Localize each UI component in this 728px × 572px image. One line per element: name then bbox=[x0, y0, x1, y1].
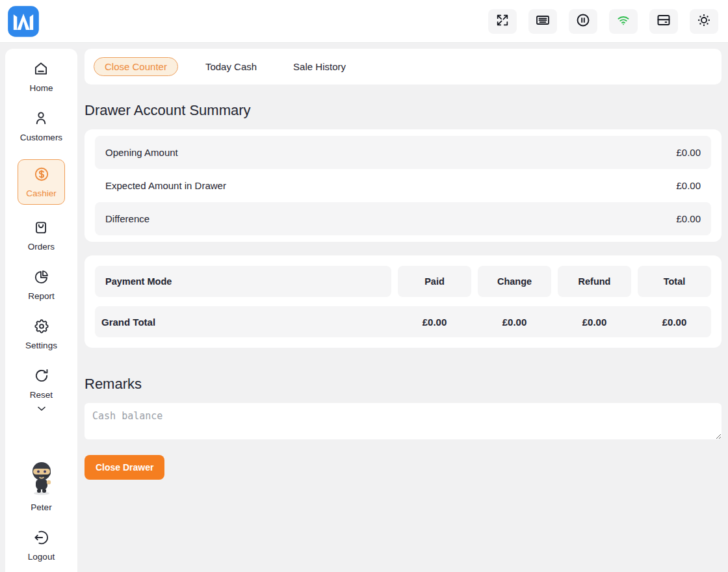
brand-logo[interactable] bbox=[6, 5, 40, 38]
drawer-summary-card: Opening Amount £0.00 Expected Amount in … bbox=[84, 129, 722, 242]
summary-row-label: Difference bbox=[105, 213, 150, 224]
tab-close-counter[interactable]: Close Counter bbox=[94, 57, 178, 76]
orders-icon bbox=[32, 219, 49, 239]
summary-row-label: Expected Amount in Drawer bbox=[105, 180, 226, 191]
wifi-icon bbox=[616, 12, 631, 30]
column-header-total: Total bbox=[638, 266, 711, 297]
user-profile[interactable]: Peter bbox=[26, 461, 57, 512]
column-header-paid: Paid bbox=[398, 266, 471, 297]
close-drawer-button[interactable]: Close Drawer bbox=[84, 455, 164, 480]
settings-icon bbox=[33, 318, 50, 337]
summary-row-value: £0.00 bbox=[676, 213, 701, 224]
summary-row-value: £0.00 bbox=[676, 180, 701, 191]
sidebar-item-reset[interactable]: Reset bbox=[30, 367, 53, 400]
summary-row-label: Opening Amount bbox=[105, 147, 178, 158]
summary-row-opening-amount: Opening Amount £0.00 bbox=[95, 136, 711, 169]
sidebar: Home Customers Cashier bbox=[5, 49, 77, 572]
sidebar-item-label: Report bbox=[28, 291, 55, 301]
sidebar-item-report[interactable]: Report bbox=[28, 268, 55, 301]
summary-row-value: £0.00 bbox=[676, 147, 701, 158]
grand-total-total: £0.00 bbox=[638, 317, 711, 328]
pause-icon bbox=[575, 12, 591, 30]
logout-icon bbox=[32, 529, 49, 549]
sidebar-item-orders[interactable]: Orders bbox=[28, 219, 55, 252]
brightness-button[interactable] bbox=[690, 9, 718, 34]
cashier-icon bbox=[33, 166, 50, 185]
sidebar-item-customers[interactable]: Customers bbox=[20, 110, 62, 142]
topbar-actions bbox=[488, 9, 718, 34]
tab-sale-history[interactable]: Sale History bbox=[284, 57, 355, 76]
home-icon bbox=[32, 60, 49, 80]
sidebar-item-label: Settings bbox=[25, 341, 57, 350]
page-title: Drawer Account Summary bbox=[84, 102, 722, 119]
chevron-down-icon bbox=[37, 402, 46, 414]
keyboard-icon bbox=[535, 12, 551, 30]
sidebar-item-label: Home bbox=[29, 83, 53, 93]
user-name: Peter bbox=[31, 502, 51, 512]
summary-row-expected-amount: Expected Amount in Drawer £0.00 bbox=[95, 169, 711, 202]
brand-logo-icon bbox=[6, 31, 40, 40]
brightness-icon bbox=[696, 12, 712, 30]
grand-total-refund: £0.00 bbox=[558, 317, 631, 328]
grand-total-row: Grand Total £0.00 £0.00 £0.00 £0.00 bbox=[95, 306, 711, 337]
app-body: Home Customers Cashier bbox=[0, 43, 728, 572]
main-content: Close Counter Today Cash Sale History Dr… bbox=[84, 49, 722, 572]
sidebar-item-logout[interactable]: Logout bbox=[28, 529, 55, 562]
column-header-change: Change bbox=[478, 266, 551, 297]
avatar bbox=[26, 461, 57, 499]
fullscreen-icon bbox=[495, 13, 510, 29]
cash-drawer-icon bbox=[656, 12, 671, 30]
grand-total-label: Grand Total bbox=[95, 317, 391, 328]
sidebar-item-cashier[interactable]: Cashier bbox=[18, 159, 65, 205]
report-icon bbox=[33, 268, 50, 288]
sidebar-item-home[interactable]: Home bbox=[29, 60, 53, 93]
grand-total-paid: £0.00 bbox=[398, 317, 471, 328]
customers-icon bbox=[32, 110, 49, 129]
sidebar-item-settings[interactable]: Settings bbox=[25, 318, 57, 350]
sidebar-item-label: Logout bbox=[28, 552, 55, 562]
keyboard-button[interactable] bbox=[528, 9, 557, 34]
payment-table-card: Payment Mode Paid Change Refund Total Gr… bbox=[84, 255, 722, 348]
sidebar-item-label: Reset bbox=[30, 390, 53, 400]
sidebar-item-label: Cashier bbox=[26, 188, 57, 198]
pause-button[interactable] bbox=[569, 9, 597, 34]
remarks-title: Remarks bbox=[84, 376, 722, 393]
sidebar-item-label: Orders bbox=[28, 242, 55, 252]
column-header-payment-mode: Payment Mode bbox=[95, 266, 391, 297]
tab-today-cash[interactable]: Today Cash bbox=[196, 57, 266, 76]
reset-icon bbox=[33, 367, 50, 387]
summary-row-difference: Difference £0.00 bbox=[95, 202, 711, 235]
sidebar-item-label: Customers bbox=[20, 133, 62, 142]
cash-drawer-button[interactable] bbox=[649, 9, 678, 34]
grand-total-change: £0.00 bbox=[478, 317, 551, 328]
fullscreen-button[interactable] bbox=[488, 9, 517, 34]
wifi-button[interactable] bbox=[609, 9, 638, 34]
topbar bbox=[0, 0, 728, 43]
payment-table-header: Payment Mode Paid Change Refund Total bbox=[95, 266, 711, 297]
remarks-input[interactable] bbox=[84, 403, 722, 439]
column-header-refund: Refund bbox=[558, 266, 631, 297]
tab-bar: Close Counter Today Cash Sale History bbox=[84, 49, 722, 84]
